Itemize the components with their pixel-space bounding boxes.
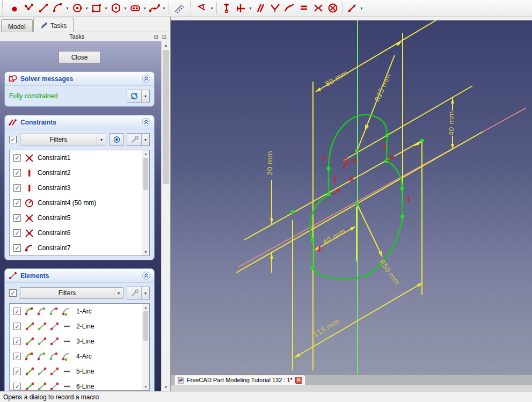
element-row[interactable]: ✓ 4-Arc [10,349,149,364]
horizontal-vertical-distance-icon[interactable] [234,1,248,16]
collapse-chevron-icon[interactable] [142,118,150,126]
scroll-up-icon[interactable]: ▲ [162,41,170,49]
slot-icon[interactable] [128,1,142,16]
polygon-dropdown-icon[interactable]: ▾ [123,6,128,11]
element-row[interactable]: ✓ 1-Arc [10,304,149,319]
constraint-row[interactable]: ✓ Constraint1 [10,150,149,165]
constraint-checkbox[interactable]: ✓ [13,229,21,237]
arc-icon[interactable] [50,1,65,16]
scrollbar-thumb[interactable] [163,50,169,184]
element-row[interactable]: ✓ 2-Line [10,319,149,334]
constraint-checkbox[interactable]: ✓ [13,154,21,162]
element-row[interactable]: ✓ 6-Line [10,379,149,391]
element-checkbox[interactable]: ✓ [13,353,21,360]
tab-model[interactable]: Model [1,19,33,32]
bspline-icon[interactable] [147,1,162,16]
freecad-document-icon [178,377,184,384]
constraint-row[interactable]: ✓ Constraint2 [10,165,149,180]
polyline-icon[interactable] [21,1,36,16]
element-checkbox[interactable]: ✓ [13,383,21,390]
polygon-icon[interactable] [108,1,123,16]
elements-filter-combo[interactable]: Filters ▾ [20,287,123,299]
line-icon[interactable] [36,1,50,16]
elements-header[interactable]: Elements [5,269,154,283]
elements-settings-button[interactable]: ▾ [127,287,150,299]
settings-dropdown-icon[interactable]: ▾ [141,134,149,145]
collapse-chevron-icon[interactable] [142,75,150,83]
scroll-down-icon[interactable]: ▼ [142,248,149,255]
scroll-down-icon[interactable]: ▼ [142,383,149,390]
3d-viewport[interactable]: -8 -9, 8 -9 80 mm R25 mm 40 mm 20 mm 40 … [171,20,532,374]
constraints-settings-button[interactable]: ▾ [127,133,150,146]
equal-icon[interactable] [296,1,311,16]
scroll-up-icon[interactable]: ▲ [142,304,149,311]
tangent-icon[interactable] [282,1,296,16]
constraint-checkbox[interactable]: ✓ [13,244,21,252]
constraint-checkbox[interactable]: ✓ [13,214,21,222]
scrollbar-thumb[interactable] [143,311,148,341]
perpendicular-icon[interactable] [267,1,282,16]
tab-tasks[interactable]: Tasks [33,18,74,32]
dim-label-20mm[interactable]: 20 mm [266,151,274,176]
elements-filter-checkbox[interactable]: ✓ [9,289,17,297]
dimension-icon[interactable] [195,1,209,16]
refresh-dropdown-icon[interactable]: ▾ [141,90,149,102]
element-checkbox[interactable]: ✓ [13,338,21,345]
vertical-distance-icon[interactable] [219,1,234,16]
dim-label-115mm[interactable]: 115 mm [312,317,341,339]
scrollbar-thumb[interactable] [143,158,148,190]
element-row[interactable]: ✓ 3-Line [10,334,149,349]
circle-dropdown-icon[interactable]: ▾ [84,6,89,11]
element-checkbox[interactable]: ✓ [13,323,21,330]
element-checkbox[interactable]: ✓ [13,368,21,375]
scroll-up-icon[interactable]: ▲ [142,150,149,157]
point-icon[interactable] [7,1,21,16]
dim-label-r25mm[interactable]: R25 mm [373,72,392,103]
construction-geometry-icon[interactable] [171,1,186,16]
undock-panel-icon[interactable]: ⊡ [162,34,166,40]
rectangle-dropdown-icon[interactable]: ▾ [104,6,108,11]
circle-icon[interactable] [70,1,84,16]
parallel-icon[interactable] [253,1,267,16]
bspline-dropdown-icon[interactable]: ▾ [162,6,166,11]
rectangle-icon[interactable] [89,1,104,16]
constraint-row[interactable]: ✓ Constraint3 [10,180,149,195]
constraint-row[interactable]: ✓ Constraint5 [10,210,149,225]
tasks-panel-scrollbar[interactable]: ▲ ▼ [161,41,170,391]
update-sketch-button[interactable]: ▾ [127,90,150,103]
close-button[interactable]: Close [59,51,100,63]
constraint-row[interactable]: ✓ Constraint4 (50 mm) [10,195,149,210]
slot-dropdown-icon[interactable]: ▾ [142,6,147,11]
settings-dropdown-icon[interactable]: ▾ [141,287,149,299]
constraints-filter-checkbox[interactable]: ✓ [9,136,17,143]
constraints-header[interactable]: Constraints [5,115,154,129]
dim-label-40mm-bottom[interactable]: 40 mm [322,227,347,247]
show-hide-constraints-button[interactable] [110,133,123,146]
arc-dropdown-icon[interactable]: ▾ [65,6,70,11]
block-constraint-icon[interactable] [325,1,340,16]
constraint-checkbox[interactable]: ✓ [13,184,21,192]
symmetric-icon[interactable] [311,1,325,16]
elements-list-scrollbar[interactable]: ▲ ▼ [142,304,149,390]
tab-close-icon[interactable]: ✕ [295,377,302,384]
toggle-construction-icon[interactable] [345,1,359,16]
constraint-row[interactable]: ✓ Constraint6 [10,225,149,240]
document-tab[interactable]: FreeCAD Part Modeling Tutorial 132 : 1* … [174,375,306,385]
collapse-chevron-icon[interactable] [142,272,150,280]
constraint-row[interactable]: ✓ Constraint7 [10,240,149,255]
dim-label-40mm-right[interactable]: 40 mm [447,111,455,136]
scroll-down-icon[interactable]: ▼ [162,383,170,391]
solver-messages-header[interactable]: Solver messages [5,72,154,86]
dim-label-80mm[interactable]: 80 mm [324,69,349,89]
horizontal-vertical-dropdown-icon[interactable]: ▾ [248,6,253,11]
element-row[interactable]: ✓ 5-Line [10,364,149,379]
dim-label-r50mm[interactable]: R50 mm [377,258,401,287]
float-panel-icon[interactable]: ⊟ [154,34,158,40]
dimension-dropdown-icon[interactable]: ▾ [209,6,214,11]
element-checkbox[interactable]: ✓ [13,308,21,315]
constraint-checkbox[interactable]: ✓ [13,169,21,177]
constraints-filter-combo[interactable]: Filters ▾ [20,134,106,145]
toggle-construction-dropdown-icon[interactable]: ▾ [359,6,364,11]
constraint-checkbox[interactable]: ✓ [13,199,21,207]
constraints-list-scrollbar[interactable]: ▲ ▼ [142,150,149,255]
